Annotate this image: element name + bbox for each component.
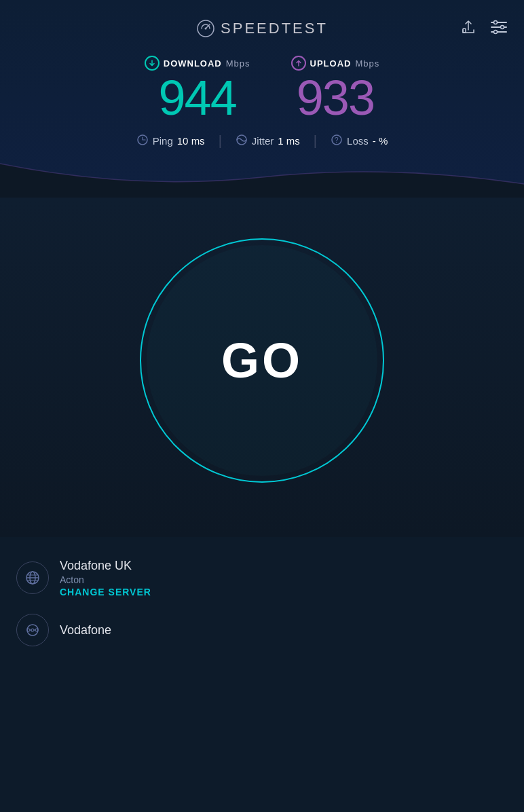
globe-icon xyxy=(25,570,40,585)
download-label-text: DOWNLOAD xyxy=(164,58,222,69)
stats-section: DOWNLOAD Mbps 944 UPLOAD Mbps 933 xyxy=(0,49,524,122)
svg-point-18 xyxy=(27,625,38,635)
ping-icon xyxy=(136,134,149,149)
server-name: Vodafone UK xyxy=(60,559,151,573)
upload-label: UPLOAD Mbps xyxy=(291,56,380,71)
share-icon xyxy=(460,19,476,35)
jitter-icon xyxy=(236,134,248,149)
svg-text:?: ? xyxy=(335,136,339,144)
main-area: GO xyxy=(0,198,524,537)
share-button[interactable] xyxy=(460,19,476,35)
svg-point-7 xyxy=(501,26,504,29)
settings-button[interactable] xyxy=(490,20,508,35)
server-location: Acton xyxy=(60,574,151,585)
upload-icon xyxy=(291,56,306,71)
app-header: SPEEDTEST xyxy=(0,0,524,49)
server-info: Vodafone UK Acton CHANGE SERVER xyxy=(60,559,151,597)
jitter-value: 1 ms xyxy=(278,135,300,147)
app-title: SPEEDTEST xyxy=(221,20,328,37)
download-stat: DOWNLOAD Mbps 944 xyxy=(145,56,250,122)
go-label: GO xyxy=(221,333,303,388)
isp-icon xyxy=(25,623,40,638)
loss-value: - % xyxy=(373,135,388,147)
isp-icon-wrap xyxy=(16,614,49,646)
server-icon-wrap xyxy=(16,561,49,594)
isp-item: Vodafone xyxy=(16,614,508,646)
settings-icon xyxy=(490,20,508,35)
server-item: Vodafone UK Acton CHANGE SERVER xyxy=(16,559,508,597)
svg-point-21 xyxy=(31,629,34,631)
metrics-row: Ping 10 ms | Jitter 1 ms | ? xyxy=(0,122,524,154)
ping-value: 10 ms xyxy=(177,135,205,147)
download-value: 944 xyxy=(159,73,236,122)
loss-label: Loss xyxy=(347,135,369,147)
upload-stat: UPLOAD Mbps 933 xyxy=(291,56,380,122)
download-unit: Mbps xyxy=(226,58,250,69)
jitter-metric: Jitter 1 ms xyxy=(222,134,314,149)
app-logo: SPEEDTEST xyxy=(196,19,328,38)
download-icon xyxy=(145,56,160,71)
jitter-label: Jitter xyxy=(252,135,274,147)
loss-icon: ? xyxy=(331,134,343,149)
loss-metric: ? Loss - % xyxy=(317,134,401,149)
curve-divider xyxy=(0,157,524,198)
svg-point-19 xyxy=(27,629,30,631)
ping-label: Ping xyxy=(153,135,173,147)
speedtest-logo-icon xyxy=(196,19,215,38)
isp-name: Vodafone xyxy=(60,623,111,638)
header-actions xyxy=(460,19,508,35)
ping-metric: Ping 10 ms xyxy=(123,134,219,149)
go-button[interactable]: GO xyxy=(140,238,384,483)
change-server-button[interactable]: CHANGE SERVER xyxy=(60,587,151,597)
svg-point-20 xyxy=(35,629,38,631)
upload-unit: Mbps xyxy=(355,58,379,69)
server-section: Vodafone UK Acton CHANGE SERVER Vodafone xyxy=(0,537,524,663)
upload-value: 933 xyxy=(297,73,374,122)
svg-point-1 xyxy=(205,28,207,30)
svg-point-6 xyxy=(494,21,498,24)
upload-label-text: UPLOAD xyxy=(310,58,352,69)
download-label: DOWNLOAD Mbps xyxy=(145,56,250,71)
svg-point-8 xyxy=(494,31,498,34)
